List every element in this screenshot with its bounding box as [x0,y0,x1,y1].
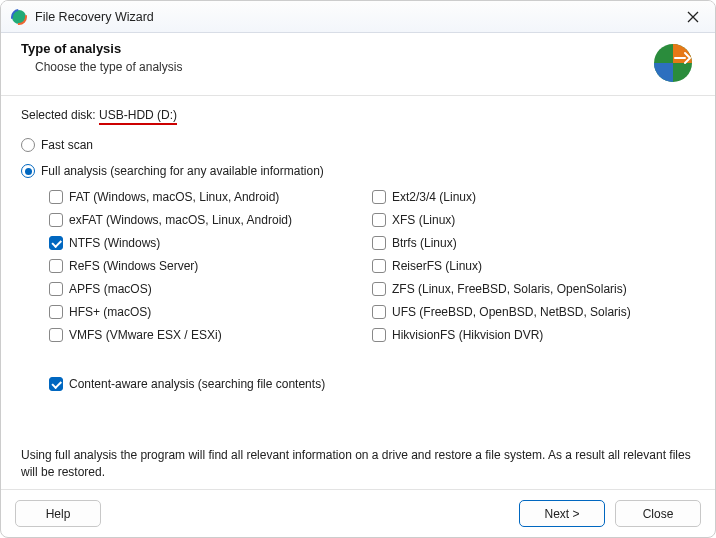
filesystem-label: UFS (FreeBSD, OpenBSD, NetBSD, Solaris) [392,305,631,319]
content-aware-label: Content-aware analysis (searching file c… [69,377,325,391]
checkbox-icon [372,259,386,273]
checkbox-icon [49,305,63,319]
radio-icon [21,164,35,178]
mode-description: Using full analysis the program will fin… [21,447,695,481]
filesystem-label: Btrfs (Linux) [392,236,457,250]
checkbox-icon [49,236,63,250]
filesystem-checkbox[interactable]: NTFS (Windows) [49,236,372,250]
content-aware-checkbox[interactable]: Content-aware analysis (searching file c… [49,377,695,391]
filesystem-label: HFS+ (macOS) [69,305,151,319]
checkbox-icon [49,259,63,273]
checkbox-icon [49,282,63,296]
wizard-content: Selected disk: USB-HDD (D:) Fast scan Fu… [1,96,715,489]
filesystem-label: Ext2/3/4 (Linux) [392,190,476,204]
filesystem-label: ReFS (Windows Server) [69,259,198,273]
filesystem-checkbox[interactable]: ZFS (Linux, FreeBSD, Solaris, OpenSolari… [372,282,695,296]
checkbox-icon [49,190,63,204]
checkbox-icon [372,213,386,227]
full-analysis-radio[interactable]: Full analysis (searching for any availab… [21,164,695,178]
filesystem-grid: FAT (Windows, macOS, Linux, Android)exFA… [21,190,695,351]
fast-scan-label: Fast scan [41,138,93,152]
filesystem-checkbox[interactable]: exFAT (Windows, macOS, Linux, Android) [49,213,372,227]
filesystem-checkbox[interactable]: FAT (Windows, macOS, Linux, Android) [49,190,372,204]
filesystem-label: ZFS (Linux, FreeBSD, Solaris, OpenSolari… [392,282,627,296]
wizard-footer: Help Next > Close [1,489,715,537]
filesystem-checkbox[interactable]: HFS+ (macOS) [49,305,372,319]
selected-disk-value: USB-HDD (D:) [99,108,177,125]
help-button[interactable]: Help [15,500,101,527]
filesystem-checkbox[interactable]: ReFS (Windows Server) [49,259,372,273]
checkbox-icon [49,377,63,391]
checkbox-icon [372,328,386,342]
filesystem-label: XFS (Linux) [392,213,455,227]
checkbox-icon [49,328,63,342]
page-title: Type of analysis [21,41,651,56]
filesystem-label: exFAT (Windows, macOS, Linux, Android) [69,213,292,227]
full-analysis-label: Full analysis (searching for any availab… [41,164,324,178]
filesystem-label: VMFS (VMware ESX / ESXi) [69,328,222,342]
checkbox-icon [372,190,386,204]
wizard-icon [651,41,695,85]
title-bar: File Recovery Wizard [1,1,715,33]
checkbox-icon [49,213,63,227]
filesystem-checkbox[interactable]: Btrfs (Linux) [372,236,695,250]
fast-scan-radio[interactable]: Fast scan [21,138,695,152]
page-subtitle: Choose the type of analysis [21,60,651,74]
app-icon [11,9,27,25]
filesystem-checkbox[interactable]: VMFS (VMware ESX / ESXi) [49,328,372,342]
filesystem-checkbox[interactable]: ReiserFS (Linux) [372,259,695,273]
selected-disk-row: Selected disk: USB-HDD (D:) [21,108,695,122]
checkbox-icon [372,282,386,296]
filesystem-checkbox[interactable]: Ext2/3/4 (Linux) [372,190,695,204]
filesystem-checkbox[interactable]: APFS (macOS) [49,282,372,296]
filesystem-label: FAT (Windows, macOS, Linux, Android) [69,190,279,204]
filesystem-checkbox[interactable]: XFS (Linux) [372,213,695,227]
checkbox-icon [372,236,386,250]
filesystem-label: HikvisionFS (Hikvision DVR) [392,328,543,342]
filesystem-label: NTFS (Windows) [69,236,160,250]
filesystem-checkbox[interactable]: UFS (FreeBSD, OpenBSD, NetBSD, Solaris) [372,305,695,319]
close-button[interactable]: Close [615,500,701,527]
close-icon[interactable] [679,1,707,32]
filesystem-label: APFS (macOS) [69,282,152,296]
wizard-header: Type of analysis Choose the type of anal… [1,33,715,96]
filesystem-label: ReiserFS (Linux) [392,259,482,273]
filesystem-checkbox[interactable]: HikvisionFS (Hikvision DVR) [372,328,695,342]
radio-icon [21,138,35,152]
next-button[interactable]: Next > [519,500,605,527]
selected-disk-label: Selected disk: [21,108,96,122]
checkbox-icon [372,305,386,319]
window-title: File Recovery Wizard [35,10,679,24]
